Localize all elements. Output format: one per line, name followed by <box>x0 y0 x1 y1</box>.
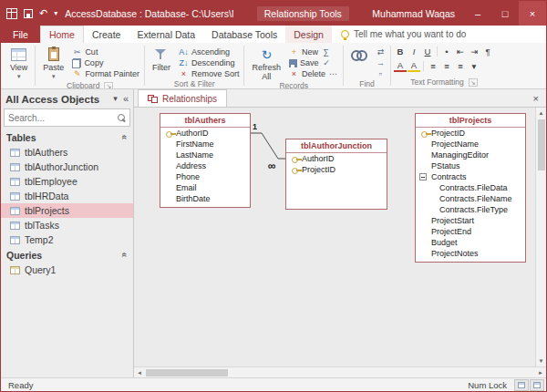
save-record-button[interactable]: Save ✓ <box>287 57 340 68</box>
align-right-button[interactable]: ≡ <box>454 59 467 73</box>
field-row[interactable]: ProjectStart <box>416 215 525 226</box>
doc-tab-relationships[interactable]: Relationships <box>138 89 227 107</box>
field-row[interactable]: Email <box>160 182 250 193</box>
field-row[interactable]: FirstName <box>160 139 250 150</box>
tab-external-data[interactable]: External Data <box>129 26 203 43</box>
design-view-button[interactable] <box>530 379 544 391</box>
scroll-down-icon[interactable]: ▼ <box>536 356 546 366</box>
clipboard-dialog-launcher-icon[interactable]: ↘ <box>104 82 113 90</box>
text-formatting-dialog-launcher-icon[interactable]: ↘ <box>469 78 478 87</box>
field-row[interactable]: Contracts.FileType <box>416 204 525 215</box>
tab-database-tools[interactable]: Database Tools <box>203 26 285 43</box>
view-button[interactable]: View ▾ <box>5 44 32 81</box>
more-records-icon[interactable]: ⋯ <box>328 69 338 78</box>
decrease-indent-button[interactable]: ⇤ <box>454 45 467 58</box>
tab-create[interactable]: Create <box>84 26 129 43</box>
increase-indent-button[interactable]: ⇥ <box>468 45 480 58</box>
maximize-button[interactable]: □ <box>491 1 519 26</box>
table-title[interactable]: tblAuthers <box>160 114 250 128</box>
search-input[interactable] <box>8 113 118 123</box>
ascending-button[interactable]: A↓ Ascending <box>177 46 242 57</box>
horizontal-scrollbar[interactable]: ◄ ► <box>134 366 546 377</box>
italic-button[interactable]: I <box>408 45 420 58</box>
vertical-scroll-thumb[interactable] <box>538 119 545 170</box>
font-color-button[interactable]: A <box>394 60 407 72</box>
close-button[interactable]: × <box>519 1 546 26</box>
tab-file[interactable]: File <box>1 26 40 43</box>
field-row[interactable]: Budget <box>416 237 525 248</box>
spelling-icon[interactable]: ✓ <box>321 58 331 67</box>
goto-button[interactable]: → <box>374 57 387 68</box>
select-button[interactable]: ▫ <box>374 68 387 79</box>
vertical-scrollbar[interactable]: ▲ ▼ <box>535 108 546 366</box>
refresh-all-button[interactable]: ↻ Refresh All <box>247 44 285 81</box>
nav-item-tblauthers[interactable]: tblAuthers <box>1 145 133 160</box>
field-row[interactable]: Contracts.FileData <box>416 182 525 193</box>
field-row[interactable]: BirthDate <box>160 193 250 204</box>
horizontal-scroll-thumb[interactable] <box>146 369 228 377</box>
descending-button[interactable]: Z↓ Descending <box>177 57 242 68</box>
minimize-button[interactable]: – <box>464 1 491 26</box>
totals-icon[interactable]: ∑ <box>321 47 331 57</box>
relationship-table-tblprojects[interactable]: tblProjects ProjectID ProjectName Managi… <box>415 113 526 263</box>
remove-sort-button[interactable]: × Remove Sort <box>177 68 242 79</box>
format-painter-button[interactable]: ✎ Format Painter <box>70 68 141 79</box>
field-row[interactable]: ProjectName <box>416 139 525 150</box>
field-row[interactable]: Phone <box>160 171 250 182</box>
gridlines-button[interactable]: ▾ <box>468 59 480 73</box>
align-center-button[interactable]: ≡ <box>440 59 453 73</box>
relationships-canvas[interactable]: 1 ∞ tblAuthers AuthorID FirstName LastNa… <box>134 108 546 366</box>
field-row[interactable]: LastName <box>160 150 250 160</box>
nav-menu-caret-icon[interactable]: ▾ <box>113 95 118 103</box>
bullets-button[interactable]: • <box>440 45 453 58</box>
relationship-table-tblauthers[interactable]: tblAuthers AuthorID FirstName LastName A… <box>160 113 251 208</box>
table-title[interactable]: tblAuthorJunction <box>286 139 387 153</box>
delete-record-button[interactable]: × Delete ⋯ <box>287 68 340 79</box>
field-row[interactable]: ManagingEditor <box>416 150 525 160</box>
nav-item-tblauthorjunction[interactable]: tblAuthorJunction <box>1 160 133 174</box>
tab-home[interactable]: Home <box>40 26 84 43</box>
nav-item-tblhrdata[interactable]: tblHRData <box>1 189 133 203</box>
nav-item-tbltasks[interactable]: tblTasks <box>1 218 133 232</box>
nav-item-temp2[interactable]: Temp2 <box>1 232 133 247</box>
user-name[interactable]: Muhammad Waqas <box>372 8 455 19</box>
tell-me-box[interactable]: Tell me what you want to do <box>341 26 466 43</box>
nav-section-queries[interactable]: Queries « <box>1 247 133 263</box>
highlight-color-button[interactable]: A <box>408 60 420 72</box>
undo-icon[interactable]: ↶ <box>39 8 47 18</box>
search-icon[interactable] <box>118 114 126 122</box>
paragraph-marks-button[interactable]: ¶ <box>481 45 494 58</box>
field-row[interactable]: AuthorID <box>160 128 250 139</box>
scroll-up-icon[interactable]: ▲ <box>536 108 546 119</box>
shutter-bar-icon[interactable]: « <box>123 94 129 104</box>
replace-button[interactable]: ⇄ <box>374 46 387 57</box>
paste-button[interactable]: Paste ▾ <box>38 44 68 81</box>
datasheet-view-button[interactable] <box>514 379 529 391</box>
field-row[interactable]: Contracts <box>416 171 525 182</box>
filter-button[interactable]: Filter <box>148 44 175 72</box>
find-button[interactable] <box>346 44 372 63</box>
table-title[interactable]: tblProjects <box>416 114 525 128</box>
new-record-button[interactable]: + New ∑ <box>287 46 340 57</box>
field-row[interactable]: ProjectEnd <box>416 226 525 237</box>
access-app-icon[interactable] <box>6 8 17 19</box>
field-row[interactable]: ProjectID <box>416 128 525 139</box>
field-row[interactable]: Contracts.FileName <box>416 193 525 204</box>
underline-button[interactable]: U <box>421 45 434 58</box>
field-row[interactable]: AuthorID <box>286 153 387 164</box>
align-left-button[interactable]: ≡ <box>427 59 439 73</box>
qat-customize-caret-icon[interactable]: ▾ <box>54 10 57 17</box>
cut-button[interactable]: ✂ Cut <box>70 46 141 57</box>
relationship-table-tblauthorjunction[interactable]: tblAuthorJunction AuthorID ProjectID <box>285 139 387 210</box>
scroll-right-icon[interactable]: ► <box>535 367 546 377</box>
field-row[interactable]: ProjectNotes <box>416 248 525 259</box>
tab-design[interactable]: Design <box>285 26 332 43</box>
nav-section-tables[interactable]: Tables « <box>1 129 133 145</box>
field-row[interactable]: PStatus <box>416 160 525 171</box>
copy-button[interactable]: Copy <box>70 57 141 68</box>
doc-close-icon[interactable]: × <box>530 93 542 104</box>
field-row[interactable]: Address <box>160 160 250 171</box>
nav-item-query1[interactable]: Query1 <box>1 263 133 277</box>
collapse-field-icon[interactable] <box>419 173 427 181</box>
bold-button[interactable]: B <box>394 45 407 58</box>
